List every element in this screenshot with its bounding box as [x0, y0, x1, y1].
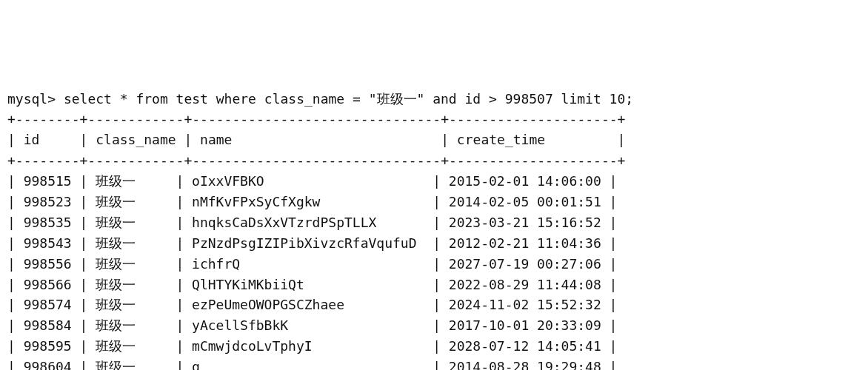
table-border-top: +--------+------------+-----------------…	[7, 111, 625, 127]
table-row: | 998584 | 班级一 | yAcellSfbBkK | 2017-10-…	[7, 317, 617, 333]
table-row: | 998595 | 班级一 | mCmwjdcoLvTphyI | 2028-…	[7, 338, 617, 354]
table-row: | 998535 | 班级一 | hnqksCaDsXxVTzrdPSpTLLX…	[7, 215, 617, 230]
table-row: | 998515 | 班级一 | oIxxVFBKO | 2015-02-01 …	[7, 173, 617, 189]
mysql-prompt: mysql>	[7, 91, 56, 107]
table-row: | 998543 | 班级一 | PzNzdPsgIZIPibXivzcRfaV…	[7, 235, 617, 251]
sql-query: select * from test where class_name = "班…	[64, 91, 633, 107]
table-row: | 998574 | 班级一 | ezPeUmeOWOPGSCZhaee | 2…	[7, 297, 617, 312]
table-row: | 998566 | 班级一 | QlHTYKiMKbiiQt | 2022-0…	[7, 277, 617, 292]
table-row: | 998556 | 班级一 | ichfrQ | 2027-07-19 00:…	[7, 256, 617, 272]
table-header: | id | class_name | name | create_time |	[7, 132, 625, 147]
table-border-mid: +--------+------------+-----------------…	[7, 152, 625, 168]
table-row: | 998523 | 班级一 | nMfKvFPxSyCfXgkw | 2014…	[7, 194, 617, 209]
terminal-output: mysql> select * from test where class_na…	[7, 89, 861, 370]
table-row: | 998604 | 班级一 | q | 2014-08-28 19:29:48…	[7, 359, 617, 370]
